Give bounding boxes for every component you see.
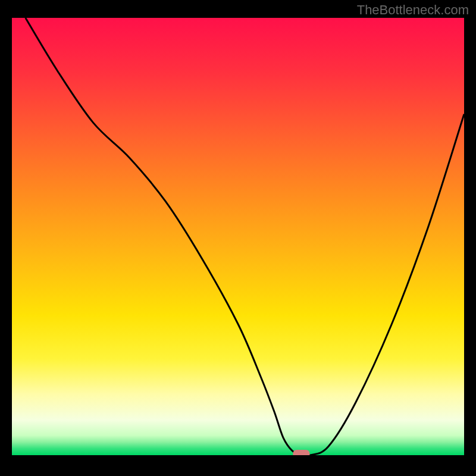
attribution-text: TheBottleneck.com [357,2,469,18]
bottleneck-chart [12,18,464,455]
chart-svg [12,18,464,455]
gradient-background [12,18,464,455]
optimal-marker [293,450,309,455]
